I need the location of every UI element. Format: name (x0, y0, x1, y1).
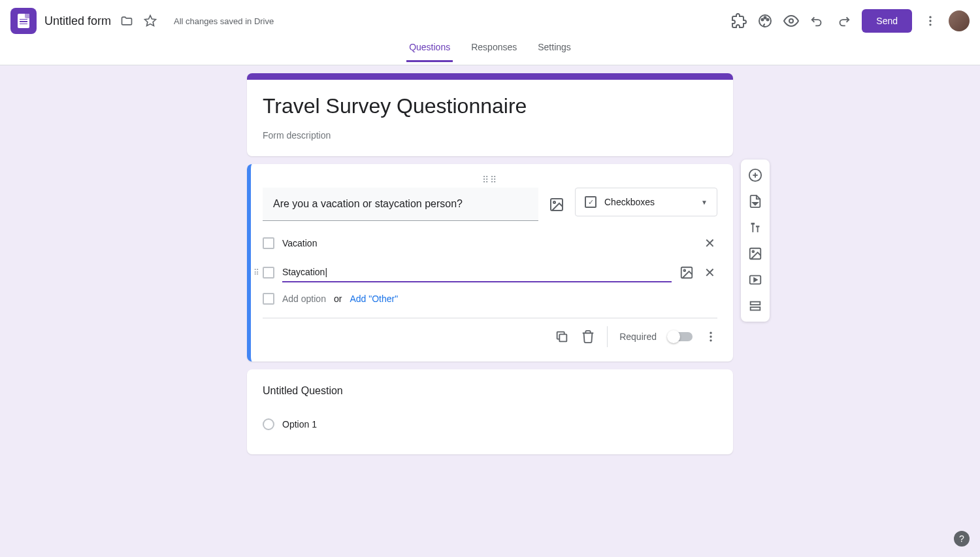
move-folder-icon[interactable] (119, 13, 135, 29)
tab-responses[interactable]: Responses (468, 42, 519, 60)
document-title[interactable]: Untitled form (44, 14, 111, 28)
svg-point-12 (683, 269, 685, 271)
header: Untitled form All changes saved in Drive… (0, 0, 980, 42)
option-text[interactable]: Option 1 (282, 415, 717, 433)
side-toolbar (741, 160, 770, 322)
or-label: or (334, 294, 342, 304)
svg-rect-24 (751, 302, 760, 305)
option-row: ⠿ Staycation ✕ (263, 258, 717, 288)
tab-questions[interactable]: Questions (406, 42, 453, 62)
add-option-row: Add option or Add "Other" (263, 288, 717, 318)
save-status: All changes saved in Drive (174, 16, 274, 26)
remove-option-icon[interactable]: ✕ (702, 235, 717, 251)
form-header-card[interactable]: Travel Survey Questionnaire Form descrip… (247, 73, 733, 156)
svg-point-8 (929, 24, 931, 25)
svg-point-3 (767, 19, 769, 21)
add-title-icon[interactable] (743, 216, 767, 239)
more-icon[interactable] (917, 8, 943, 34)
question-type-select[interactable]: ✓ Checkboxes ▼ (575, 188, 717, 216)
checkbox-icon (263, 237, 274, 249)
add-other-button[interactable]: Add "Other" (350, 294, 398, 304)
delete-icon[interactable] (581, 329, 595, 344)
add-section-icon[interactable] (743, 294, 767, 318)
svg-point-15 (710, 335, 711, 337)
question-footer: Required (263, 318, 717, 355)
checkbox-type-icon: ✓ (585, 196, 596, 208)
add-image-icon[interactable] (743, 242, 767, 265)
svg-rect-13 (560, 334, 567, 341)
svg-point-6 (929, 16, 931, 18)
checkbox-icon (263, 267, 274, 278)
question-card-2[interactable]: Untitled Question Option 1 (247, 369, 733, 454)
option-drag-icon[interactable]: ⠿ (253, 268, 259, 277)
forms-logo[interactable] (10, 8, 37, 34)
add-video-icon[interactable] (743, 268, 767, 292)
svg-marker-23 (754, 278, 757, 282)
help-icon[interactable]: ? (954, 531, 970, 547)
svg-point-7 (929, 20, 931, 22)
add-image-icon[interactable] (549, 197, 564, 212)
svg-point-21 (752, 250, 754, 252)
form-description[interactable]: Form description (263, 130, 717, 141)
chevron-down-icon: ▼ (701, 199, 708, 206)
radio-icon (263, 418, 274, 430)
main-area: Travel Survey Questionnaire Form descrip… (0, 65, 980, 470)
drag-handle-icon[interactable]: ⠿⠿ (263, 177, 717, 182)
svg-marker-0 (145, 16, 156, 26)
question-more-icon[interactable] (704, 330, 717, 343)
star-icon[interactable] (142, 13, 158, 29)
form-title[interactable]: Travel Survey Questionnaire (263, 94, 717, 118)
redo-icon[interactable] (830, 8, 857, 34)
question-title[interactable]: Untitled Question (263, 385, 717, 397)
undo-icon[interactable] (804, 8, 830, 34)
checkbox-icon (263, 293, 274, 305)
svg-rect-25 (751, 307, 760, 311)
option-text-input[interactable]: Vacation (282, 234, 694, 252)
add-question-icon[interactable] (743, 163, 767, 187)
option-row: Vacation ✕ (263, 229, 717, 258)
send-button[interactable]: Send (862, 9, 912, 33)
add-option-button[interactable]: Add option (282, 294, 326, 304)
svg-point-16 (710, 339, 711, 341)
remove-option-icon[interactable]: ✕ (702, 265, 717, 280)
svg-point-2 (762, 19, 764, 21)
tabs: Questions Responses Settings (0, 42, 980, 65)
question-text-input[interactable]: Are you a vacation or staycation person? (263, 188, 538, 221)
svg-point-10 (553, 201, 555, 203)
required-label: Required (619, 331, 657, 342)
required-toggle[interactable] (668, 332, 693, 341)
theme-icon[interactable] (752, 8, 778, 34)
option-text-input[interactable]: Staycation (282, 263, 672, 282)
duplicate-icon[interactable] (555, 329, 569, 344)
import-questions-icon[interactable] (743, 190, 767, 213)
tab-settings[interactable]: Settings (535, 42, 574, 60)
svg-point-4 (764, 17, 766, 19)
svg-point-14 (710, 332, 711, 334)
svg-point-5 (789, 19, 793, 23)
question-card-1[interactable]: ⠿⠿ Are you a vacation or staycation pers… (247, 164, 733, 362)
addons-icon[interactable] (726, 8, 752, 34)
option-image-icon[interactable] (679, 265, 694, 280)
user-avatar[interactable] (949, 10, 970, 31)
preview-icon[interactable] (778, 8, 804, 34)
